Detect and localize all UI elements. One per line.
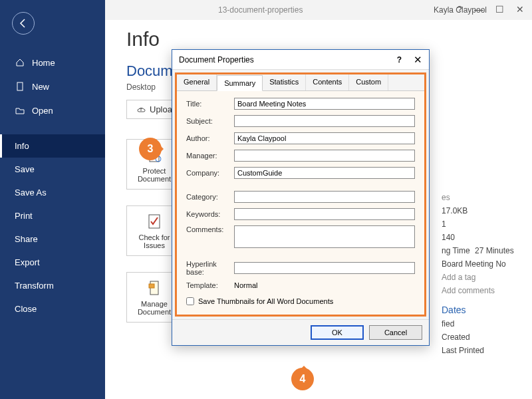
manager-field[interactable] bbox=[234, 150, 415, 162]
close-icon[interactable]: ✕ bbox=[516, 4, 524, 15]
maximize-icon[interactable]: ☐ bbox=[495, 4, 504, 15]
help-icon[interactable]: ? bbox=[457, 4, 462, 15]
hyperlink-label: Hyperlink base: bbox=[186, 260, 234, 276]
properties-panel: es 17.0KB 1 140 ng Time27 Minutes Board … bbox=[442, 193, 521, 359]
comments-field[interactable] bbox=[234, 225, 415, 248]
protect-label: Protect Document bbox=[134, 167, 175, 183]
subject-label: Subject: bbox=[186, 117, 234, 125]
sidebar-item-save[interactable]: Save bbox=[0, 158, 105, 181]
category-field[interactable] bbox=[234, 191, 415, 203]
dialog-close-icon[interactable]: ✕ bbox=[414, 54, 422, 66]
sidebar-item-label: Print bbox=[15, 211, 33, 221]
subject-field[interactable] bbox=[234, 115, 415, 127]
comments-label: Comments: bbox=[186, 225, 234, 233]
sidebar-item-new[interactable]: New bbox=[0, 74, 105, 98]
document-title: 13-document-properties bbox=[218, 5, 303, 15]
prop-time-label-frag: ng Time bbox=[442, 246, 475, 255]
prop-comments-value[interactable]: Add comments bbox=[442, 286, 521, 295]
dialog-buttons: OK Cancel bbox=[172, 319, 429, 345]
prop-size-value: 17.0KB bbox=[442, 206, 521, 215]
minimize-icon[interactable]: — bbox=[474, 4, 483, 15]
hyperlink-field[interactable] bbox=[234, 262, 415, 274]
callout-3: 3 bbox=[139, 138, 162, 160]
sidebar-item-label: Share bbox=[15, 234, 38, 244]
back-arrow-icon bbox=[18, 18, 29, 29]
company-field[interactable] bbox=[234, 167, 415, 179]
save-thumbnails-label: Save Thumbnails for All Word Documents bbox=[198, 297, 333, 305]
title-field[interactable] bbox=[234, 98, 415, 110]
sidebar-item-label: Open bbox=[32, 106, 53, 116]
dialog-titlebar: Document Properties ? ✕ bbox=[172, 50, 429, 70]
sidebar-item-transform[interactable]: Transform bbox=[0, 274, 105, 297]
sidebar-item-label: Close bbox=[15, 304, 37, 314]
manage-label: Manage Document bbox=[134, 300, 175, 316]
sidebar-item-close[interactable]: Close bbox=[0, 297, 105, 321]
svg-rect-5 bbox=[149, 284, 154, 288]
tab-custom[interactable]: Custom bbox=[349, 74, 388, 90]
sidebar-item-export[interactable]: Export bbox=[0, 251, 105, 274]
upload-icon bbox=[136, 105, 146, 114]
callout-4: 4 bbox=[291, 368, 314, 390]
company-label: Company: bbox=[186, 169, 234, 177]
sidebar-item-label: Home bbox=[32, 58, 55, 68]
page-title: Info bbox=[126, 28, 511, 51]
prop-modified-frag: fied bbox=[442, 319, 454, 329]
tab-summary[interactable]: Summary bbox=[217, 75, 263, 91]
document-properties-dialog: Document Properties ? ✕ General Summary … bbox=[172, 49, 430, 346]
keywords-field[interactable] bbox=[234, 208, 415, 220]
summary-form: Title: Subject: Author: Manager: Company… bbox=[177, 91, 424, 315]
template-label: Template: bbox=[186, 281, 234, 289]
dialog-help-icon[interactable]: ? bbox=[397, 55, 402, 65]
save-thumbnails-checkbox[interactable] bbox=[186, 297, 194, 305]
new-icon bbox=[15, 81, 25, 92]
sidebar-item-label: Save As bbox=[15, 188, 47, 198]
inspect-icon bbox=[145, 212, 164, 231]
check-label: Check for Issues bbox=[134, 233, 175, 249]
template-value: Normal bbox=[234, 281, 257, 289]
sidebar-item-print[interactable]: Print bbox=[0, 204, 105, 227]
category-label: Category: bbox=[186, 193, 234, 201]
sidebar-item-label: Transform bbox=[15, 281, 54, 291]
keywords-label: Keywords: bbox=[186, 210, 234, 218]
prop-title-value: Board Meeting No bbox=[442, 259, 521, 269]
sidebar-item-label: Info bbox=[15, 141, 29, 151]
sidebar-item-label: Export bbox=[15, 257, 40, 267]
open-icon bbox=[15, 105, 25, 116]
sidebar-item-info[interactable]: Info bbox=[0, 134, 105, 158]
manager-label: Manager: bbox=[186, 152, 234, 160]
sidebar-item-save-as[interactable]: Save As bbox=[0, 181, 105, 204]
prop-tag-value[interactable]: Add a tag bbox=[442, 273, 521, 282]
related-dates-header: Dates bbox=[442, 305, 521, 315]
window-controls: ? — ☐ ✕ bbox=[457, 4, 524, 15]
dialog-tabs: General Summary Statistics Contents Cust… bbox=[177, 74, 424, 91]
tab-general[interactable]: General bbox=[177, 74, 217, 90]
prop-time-value: 27 Minutes bbox=[475, 246, 514, 255]
ok-button[interactable]: OK bbox=[311, 325, 364, 340]
sidebar-item-label: New bbox=[32, 82, 49, 92]
prop-last-printed-label: Last Printed bbox=[442, 346, 484, 355]
sidebar-item-open[interactable]: Open bbox=[0, 98, 105, 122]
author-label: Author: bbox=[186, 134, 234, 142]
prop-words-value: 140 bbox=[442, 233, 521, 242]
backstage-sidebar: Home New Open Info Save Save As Print Sh… bbox=[0, 0, 105, 399]
dialog-body: General Summary Statistics Contents Cust… bbox=[175, 72, 426, 317]
properties-dropdown-frag[interactable]: es bbox=[442, 193, 521, 202]
prop-pages-value: 1 bbox=[442, 219, 521, 229]
back-button[interactable] bbox=[12, 12, 35, 35]
sidebar-item-home[interactable]: Home bbox=[0, 51, 105, 74]
tab-contents[interactable]: Contents bbox=[306, 74, 349, 90]
dialog-title-text: Document Properties bbox=[179, 55, 397, 65]
cancel-button[interactable]: Cancel bbox=[369, 325, 422, 340]
svg-rect-0 bbox=[17, 82, 23, 90]
home-icon bbox=[15, 57, 25, 68]
title-label: Title: bbox=[186, 100, 234, 108]
document-icon bbox=[145, 279, 164, 297]
tab-statistics[interactable]: Statistics bbox=[263, 74, 306, 90]
author-field[interactable] bbox=[234, 132, 415, 144]
sidebar-item-share[interactable]: Share bbox=[0, 227, 105, 251]
sidebar-item-label: Save bbox=[15, 164, 35, 174]
prop-created-label: Created bbox=[442, 332, 470, 342]
